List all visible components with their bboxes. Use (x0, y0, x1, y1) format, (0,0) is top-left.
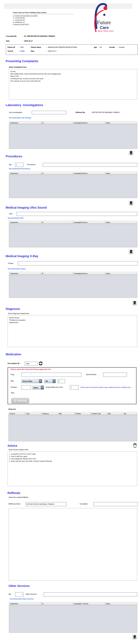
frequency-value: OD (44, 379, 52, 383)
recommended-lab-link[interactable]: Recommended Lab Testings (9, 117, 31, 119)
recommended-xray-link[interactable]: Recommended X-Rays (8, 268, 26, 270)
duration-input[interactable] (21, 385, 31, 390)
col-department[interactable]: Department (9, 221, 41, 224)
add-drug-label: Add Drug (18, 400, 26, 402)
gender-label: Gender (109, 46, 115, 48)
col-investigation[interactable]: Investigation / Service (72, 602, 105, 605)
advice-label: Enter Doctor's Advice Here (9, 449, 28, 450)
advice-textarea[interactable]: 1. counseled to do FLP, U and C asap 2. … (8, 452, 137, 486)
patient-id-value: 7082 (20, 46, 24, 48)
col-id[interactable]: ID (41, 172, 73, 175)
col-id[interactable]: ID (41, 122, 73, 124)
uss-input[interactable] (16, 212, 137, 216)
procedures-qty-input[interactable] (15, 163, 24, 167)
col-way[interactable]: Way (58, 412, 74, 415)
col-note[interactable]: Note (106, 412, 123, 415)
recommended-os-link[interactable]: Recommended Other Services (10, 598, 34, 600)
col-qty[interactable]: Qty (123, 412, 137, 415)
reffering-doctor-input[interactable] (26, 502, 66, 506)
col-department[interactable]: Department (9, 602, 41, 605)
way-label: Way (10, 380, 14, 382)
advice-heading: Advice (8, 444, 17, 448)
col-department[interactable]: Department (9, 172, 41, 175)
col-investigation[interactable]: Investigation/Service (72, 221, 105, 224)
refferals-list-box[interactable] (9, 508, 137, 580)
xray-delete-button[interactable]: ↻ (132, 300, 137, 305)
col-duration-type[interactable]: Duration Type (90, 412, 106, 415)
col-id[interactable]: ID (41, 221, 73, 224)
colon: : (100, 374, 100, 375)
col-status[interactable]: Status (105, 272, 137, 275)
colon: : (46, 46, 47, 48)
uss-delete-button[interactable]: ↻ (129, 249, 133, 254)
consultant-input[interactable] (94, 502, 138, 506)
meal-timing-select[interactable]: Before Meal ▼ (21, 379, 42, 383)
drug-label: Drug (10, 374, 14, 375)
chevron-down-icon: ▼ (39, 379, 42, 383)
col-status[interactable]: Status (105, 122, 137, 124)
lab-results-grid: Department ID Investigation/Service Stat… (9, 121, 137, 149)
logo-heart-icon: ♥ (103, 27, 104, 29)
xray-input[interactable] (18, 261, 138, 265)
drug-input[interactable] (21, 373, 81, 377)
lab-investigation-label: Lab Investingation : (9, 112, 23, 113)
uss-grid-header: Department ID Investigation/Service Stat… (9, 221, 137, 224)
per-meal-input[interactable] (70, 385, 78, 390)
drug-suggestion-warning: Please select the Drug from Drug suggess… (10, 368, 51, 370)
col-id[interactable]: ID (41, 272, 73, 275)
colon: : (18, 50, 19, 52)
drug-list-label: Drug List (8, 408, 16, 410)
xray-label: X-Rays : (8, 262, 14, 264)
recommended-uss-link[interactable]: Recommended USS (8, 217, 24, 219)
trash-icon: ↻ (130, 201, 132, 205)
os-label: Other Services : (26, 593, 38, 595)
os-delete-button[interactable]: ↻ (132, 634, 137, 639)
company-phone-1: T: +24 82 593 593 (13, 17, 38, 19)
uss-label: USS : (9, 213, 13, 214)
col-drug-id[interactable]: Drug ID (9, 412, 25, 415)
company-address-block: Le Chainter,Victoria,Mahe,Seychelles T: … (13, 15, 38, 26)
os-qty-input[interactable] (15, 592, 24, 596)
prescription-id-label: Prescription ID : (8, 362, 20, 364)
procedures-input[interactable] (43, 163, 137, 166)
col-id[interactable]: ID (41, 602, 73, 605)
reffered-by-label: Reffered By : (76, 112, 86, 113)
col-investigation[interactable]: Investigation/Service (72, 172, 105, 175)
col-department[interactable]: Department (9, 272, 41, 275)
chevron-down-icon: ▼ (52, 379, 56, 383)
procedures-delete-button[interactable]: ↻ (129, 200, 133, 206)
meal-timing-value: Before Meal (22, 379, 39, 383)
duration-unit-select[interactable]: Day/s ▼ (32, 386, 44, 390)
svg-text:↻: ↻ (134, 302, 135, 304)
col-status[interactable]: Status (105, 602, 137, 605)
col-drug[interactable]: Drug (25, 412, 41, 415)
col-investigation[interactable]: Investigation/Service (72, 272, 105, 275)
consulted-by-value: Dr. ORITSETSETOS RAPHAEL PINNICK (24, 35, 55, 37)
col-status[interactable]: Status (105, 221, 137, 224)
colon: : (98, 46, 99, 48)
prescription-id-input[interactable] (25, 362, 37, 366)
lab-delete-button[interactable]: ↻ (129, 150, 133, 155)
frequency-select[interactable]: OD ▼ (44, 379, 56, 383)
per-meal-label: Drugs/Tablets per meal : (46, 386, 64, 388)
os-input[interactable] (44, 592, 137, 596)
diagnosis-textarea[interactable]: Plantar fascitis ?Peripheral neuropathy … (8, 315, 137, 347)
col-frequency[interactable]: Fequency (41, 412, 58, 415)
special-notes-input[interactable] (103, 373, 127, 377)
logo-red-dot (104, 6, 107, 10)
col-duration[interactable]: Duration (74, 412, 90, 415)
col-status[interactable]: Status (105, 172, 137, 175)
svg-text:↻: ↻ (130, 202, 132, 204)
recommended-procedures-link[interactable]: Recommended Procedures (9, 168, 30, 170)
drug-delete-button[interactable] (133, 443, 137, 448)
lab-investigation-input[interactable] (32, 111, 66, 114)
complaints-textarea[interactable]: pt seen, feels slightly better, reports … (9, 69, 137, 100)
drug-list-header: Drug ID Drug Fequency Way Duration Durat… (9, 412, 137, 415)
procedures-qty-label: Qty : (9, 164, 12, 166)
way-qty-input[interactable] (58, 379, 65, 383)
reffering-doctor-label: Reffering Doctor (8, 503, 20, 505)
add-drug-button[interactable]: Add Drug (11, 398, 29, 404)
prescription-refresh-button[interactable] (38, 361, 43, 366)
col-investigation[interactable]: Investigation/Service (72, 122, 105, 124)
col-department[interactable]: Department (9, 122, 41, 124)
